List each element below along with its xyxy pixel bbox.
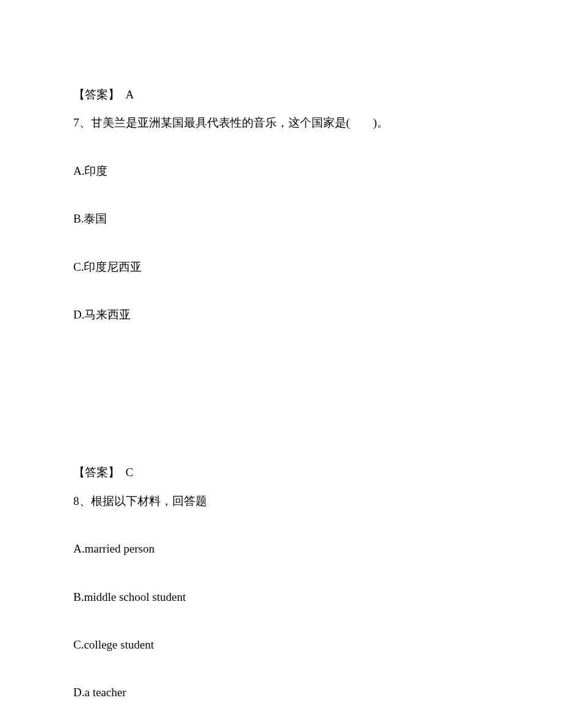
answer-value: A bbox=[126, 88, 134, 101]
answer-6: 【答案】 A bbox=[73, 86, 489, 104]
question-7-option-c: C.印度尼西亚 bbox=[73, 258, 489, 276]
answer-label: 【答案】 bbox=[73, 466, 120, 479]
spacer bbox=[73, 353, 489, 463]
option-text: C.college student bbox=[73, 638, 154, 651]
question-number: 7、 bbox=[73, 116, 91, 129]
answer-7: 【答案】 C bbox=[73, 463, 489, 482]
question-7-option-a: A.印度 bbox=[73, 162, 489, 180]
question-8-option-c: C.college student bbox=[73, 636, 489, 654]
option-text: A.married person bbox=[73, 542, 155, 555]
question-number: 8、 bbox=[73, 495, 91, 507]
question-8-option-a: A.married person bbox=[73, 540, 489, 558]
question-text: 根据以下材料，回答题 bbox=[91, 495, 207, 507]
question-8: 8、根据以下材料，回答题 bbox=[73, 492, 489, 510]
option-text: B.泰国 bbox=[73, 212, 107, 225]
answer-value: C bbox=[126, 466, 134, 479]
question-text: 甘美兰是亚洲某国最具代表性的音乐，这个国家是( )。 bbox=[91, 116, 389, 129]
option-text: A.印度 bbox=[73, 164, 108, 177]
answer-label: 【答案】 bbox=[73, 88, 120, 101]
option-text: D.a teacher bbox=[73, 686, 126, 699]
question-7: 7、甘美兰是亚洲某国最具代表性的音乐，这个国家是( )。 bbox=[73, 114, 489, 132]
option-text: B.middle school student bbox=[73, 590, 186, 603]
question-7-option-d: D.马来西亚 bbox=[73, 306, 489, 324]
question-8-option-d: D.a teacher bbox=[73, 683, 489, 702]
question-7-option-b: B.泰国 bbox=[73, 210, 489, 228]
question-8-option-b: B.middle school student bbox=[73, 588, 489, 606]
option-text: D.马来西亚 bbox=[73, 308, 131, 321]
option-text: C.印度尼西亚 bbox=[73, 260, 142, 273]
